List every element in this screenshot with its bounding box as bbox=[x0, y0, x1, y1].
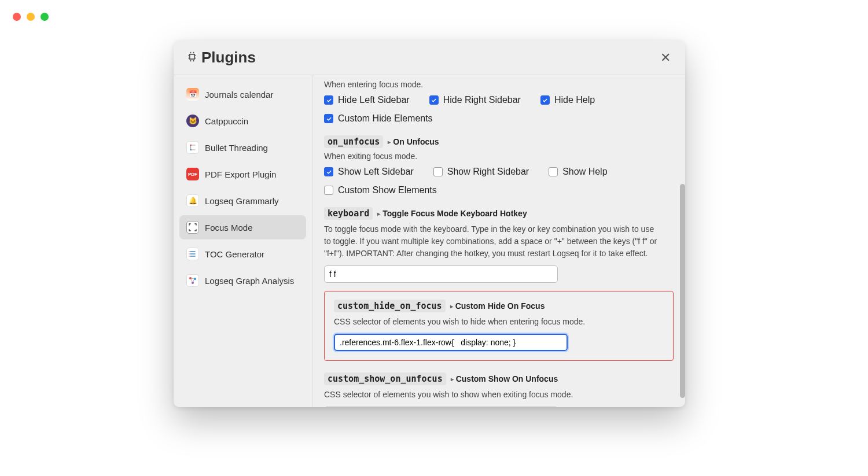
modal-title-text: Plugins bbox=[201, 49, 256, 67]
sidebar-item-catppuccin[interactable]: 🐱 Catppuccin bbox=[179, 109, 306, 133]
checkbox-label: Show Right Sidebar bbox=[447, 167, 529, 177]
checkbox-icon bbox=[433, 167, 443, 176]
sidebar-item-label: Focus Mode bbox=[205, 223, 253, 233]
keyboard-key: keyboard bbox=[324, 207, 373, 220]
close-button[interactable]: ✕ bbox=[659, 51, 672, 65]
close-icon: ✕ bbox=[660, 50, 671, 65]
svg-point-7 bbox=[192, 282, 194, 284]
checkbox-icon bbox=[549, 167, 558, 176]
checkbox-icon bbox=[324, 114, 333, 123]
show-left-sidebar-checkbox[interactable]: Show Left Sidebar bbox=[324, 167, 414, 177]
keyboard-hotkey-input[interactable] bbox=[324, 265, 558, 283]
checkbox-icon bbox=[324, 186, 333, 195]
plugin-icon bbox=[186, 49, 198, 67]
sidebar-item-focus-mode[interactable]: Focus Mode bbox=[179, 215, 306, 239]
svg-point-2 bbox=[189, 251, 189, 252]
sidebar-item-label: Logseq Graph Analysis bbox=[205, 276, 294, 286]
custom-hide-elements-checkbox[interactable]: Custom Hide Elements bbox=[324, 113, 674, 124]
checkbox-label: Hide Right Sidebar bbox=[443, 95, 521, 105]
custom-show-desc: CSS selector of elements you wish to sho… bbox=[324, 389, 660, 401]
custom-show-on-unfocus-section: custom_show_on_unfocus ▸Custom Show On U… bbox=[324, 372, 674, 407]
show-help-checkbox[interactable]: Show Help bbox=[549, 167, 607, 177]
custom-hide-desc: CSS selector of elements you wish to hid… bbox=[334, 316, 664, 328]
custom-show-elements-checkbox[interactable]: Custom Show Elements bbox=[324, 185, 674, 195]
checkbox-icon bbox=[324, 95, 333, 105]
custom-hide-key: custom_hide_on_focus bbox=[334, 300, 446, 312]
hide-right-sidebar-checkbox[interactable]: Hide Right Sidebar bbox=[429, 95, 521, 105]
custom-show-key: custom_show_on_unfocus bbox=[324, 372, 446, 385]
checkbox-icon bbox=[324, 167, 333, 176]
scrollbar[interactable] bbox=[680, 184, 685, 398]
checkbox-label: Hide Left Sidebar bbox=[338, 95, 410, 105]
sidebar-item-bullet-threading[interactable]: Bullet Threading bbox=[179, 135, 306, 160]
on-unfocus-key: on_unfocus bbox=[324, 135, 383, 148]
pdf-icon: PDF bbox=[186, 168, 199, 180]
svg-point-3 bbox=[189, 253, 189, 254]
keyboard-section: keyboard ▸Toggle Focus Mode Keyboard Hot… bbox=[324, 207, 674, 283]
checkbox-label: Custom Hide Elements bbox=[338, 113, 433, 124]
bullet-threading-icon bbox=[186, 141, 199, 154]
sidebar-item-label: Bullet Threading bbox=[205, 143, 268, 153]
sidebar-item-label: TOC Generator bbox=[205, 249, 264, 259]
custom-hide-css-input[interactable] bbox=[334, 334, 568, 351]
sidebar-item-label: Logseq Grammarly bbox=[205, 196, 279, 206]
settings-content: When entering focus mode. Hide Left Side… bbox=[312, 75, 685, 407]
checkbox-label: Custom Show Elements bbox=[338, 185, 437, 195]
hide-left-sidebar-checkbox[interactable]: Hide Left Sidebar bbox=[324, 95, 410, 105]
checkbox-icon bbox=[540, 95, 550, 105]
sidebar-item-pdf-export[interactable]: PDF PDF Export Plugin bbox=[179, 162, 306, 186]
calendar-icon: 📅 bbox=[186, 88, 199, 101]
plugin-sidebar: 📅 Journals calendar 🐱 Catppuccin Bullet … bbox=[174, 75, 312, 407]
checkbox-icon bbox=[429, 95, 439, 105]
keyboard-desc: To toggle focus mode with the keyboard. … bbox=[324, 223, 660, 260]
focus-icon bbox=[186, 221, 199, 234]
disclosure-triangle-icon: ▸ bbox=[377, 211, 380, 217]
maximize-window-icon[interactable] bbox=[41, 13, 49, 21]
sidebar-item-journals-calendar[interactable]: 📅 Journals calendar bbox=[179, 82, 306, 106]
checkbox-label: Hide Help bbox=[554, 95, 595, 105]
on-unfocus-options: Show Left Sidebar Show Right Sidebar Sho… bbox=[324, 167, 674, 195]
checkbox-label: Show Left Sidebar bbox=[338, 167, 414, 177]
custom-hide-header: custom_hide_on_focus ▸Custom Hide On Foc… bbox=[334, 300, 664, 312]
hide-help-checkbox[interactable]: Hide Help bbox=[540, 95, 595, 105]
window-traffic-lights bbox=[13, 13, 49, 21]
show-right-sidebar-checkbox[interactable]: Show Right Sidebar bbox=[433, 167, 529, 177]
on-unfocus-header: on_unfocus ▸On Unfocus bbox=[324, 135, 674, 148]
minimize-window-icon[interactable] bbox=[27, 13, 35, 21]
sidebar-item-grammarly[interactable]: 🔔 Logseq Grammarly bbox=[179, 189, 306, 213]
sidebar-item-toc-generator[interactable]: TOC Generator bbox=[179, 242, 306, 266]
custom-show-css-input[interactable] bbox=[324, 407, 558, 407]
graph-icon bbox=[186, 274, 199, 287]
cat-icon: 🐱 bbox=[186, 115, 199, 127]
custom-hide-title[interactable]: ▸Custom Hide On Focus bbox=[450, 301, 545, 311]
checkbox-label: Show Help bbox=[562, 167, 607, 177]
on-unfocus-desc: When exiting focus mode. bbox=[324, 152, 674, 161]
on-unfocus-title[interactable]: ▸On Unfocus bbox=[388, 137, 439, 146]
plugins-settings-modal: Plugins ✕ 📅 Journals calendar 🐱 Catppucc… bbox=[174, 40, 685, 407]
keyboard-header: keyboard ▸Toggle Focus Mode Keyboard Hot… bbox=[324, 207, 674, 220]
on-focus-section: When entering focus mode. Hide Left Side… bbox=[324, 80, 674, 124]
custom-hide-on-focus-section: custom_hide_on_focus ▸Custom Hide On Foc… bbox=[324, 291, 674, 361]
on-unfocus-section: on_unfocus ▸On Unfocus When exiting focu… bbox=[324, 135, 674, 195]
on-focus-desc: When entering focus mode. bbox=[324, 80, 674, 89]
svg-point-4 bbox=[189, 256, 189, 256]
disclosure-triangle-icon: ▸ bbox=[450, 303, 453, 309]
keyboard-title[interactable]: ▸Toggle Focus Mode Keyboard Hotkey bbox=[377, 209, 527, 218]
sidebar-item-graph-analysis[interactable]: Logseq Graph Analysis bbox=[179, 268, 306, 293]
close-window-icon[interactable] bbox=[13, 13, 21, 21]
svg-point-0 bbox=[190, 145, 192, 146]
modal-title: Plugins bbox=[186, 49, 256, 67]
svg-point-1 bbox=[190, 149, 192, 151]
bell-icon: 🔔 bbox=[186, 194, 199, 207]
disclosure-triangle-icon: ▸ bbox=[388, 139, 391, 145]
modal-body: 📅 Journals calendar 🐱 Catppuccin Bullet … bbox=[174, 75, 685, 407]
list-icon bbox=[186, 248, 199, 260]
svg-point-6 bbox=[194, 278, 196, 280]
sidebar-item-label: Catppuccin bbox=[205, 116, 248, 126]
sidebar-item-label: PDF Export Plugin bbox=[205, 169, 276, 179]
custom-show-header: custom_show_on_unfocus ▸Custom Show On U… bbox=[324, 372, 674, 385]
custom-show-title[interactable]: ▸Custom Show On Unfocus bbox=[451, 374, 558, 383]
on-focus-options: Hide Left Sidebar Hide Right Sidebar Hid… bbox=[324, 95, 674, 124]
sidebar-item-label: Journals calendar bbox=[205, 90, 273, 99]
disclosure-triangle-icon: ▸ bbox=[451, 376, 454, 382]
